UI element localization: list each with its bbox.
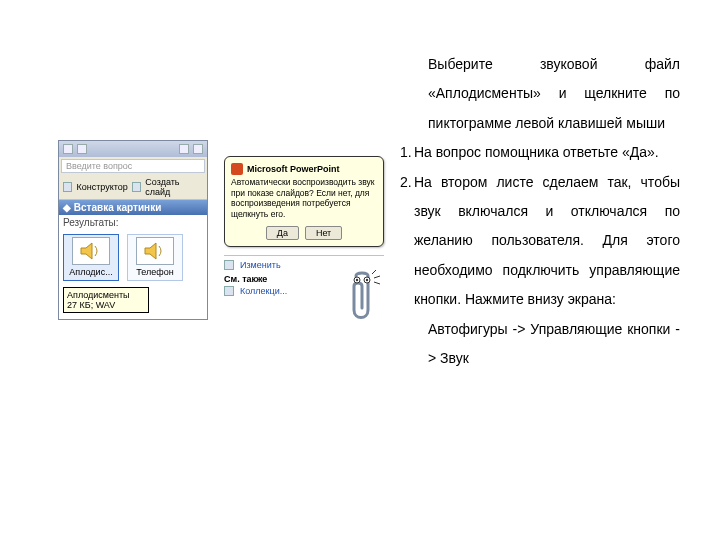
assistant-balloon: Microsoft PowerPoint Автоматически воспр… bbox=[224, 156, 384, 247]
forward-icon bbox=[77, 144, 87, 154]
taskpane-header: ◆ Вставка картинки bbox=[59, 200, 207, 215]
newslide-label[interactable]: Создать слайд bbox=[145, 177, 203, 197]
collection-icon bbox=[224, 286, 234, 296]
file-tooltip: Аплодисменты 27 КБ; WAV bbox=[63, 287, 149, 313]
change-icon bbox=[224, 260, 234, 270]
back-icon bbox=[63, 144, 73, 154]
constructor-label[interactable]: Конструктор bbox=[76, 182, 127, 192]
svg-marker-0 bbox=[81, 243, 92, 259]
balloon-title: Microsoft PowerPoint bbox=[247, 164, 340, 174]
design-toolbar: Конструктор Создать слайд bbox=[59, 175, 207, 200]
change-link[interactable]: Изменить bbox=[240, 260, 281, 270]
close-icon bbox=[193, 144, 203, 154]
svg-point-5 bbox=[366, 278, 368, 280]
clipart-item-telephone-label: Телефон bbox=[136, 267, 173, 277]
step-2-path: Автофигуры -> Управляющие кнопки -> Звук bbox=[400, 315, 680, 374]
svg-marker-1 bbox=[145, 243, 156, 259]
constructor-icon bbox=[63, 182, 72, 192]
step-2-text: На втором листе сделаем так, чтобы звук … bbox=[414, 168, 680, 315]
powerpoint-icon bbox=[231, 163, 243, 175]
step-1-number: 1. bbox=[400, 138, 414, 167]
sound-icon bbox=[143, 241, 167, 261]
step-2-number: 2. bbox=[400, 168, 414, 315]
step-1-text: На вопрос помощника ответьте «Да». bbox=[414, 138, 680, 167]
instruction-intro: Выберите звуковой файл «Аплодисменты» и … bbox=[400, 50, 680, 138]
clipart-task-pane: Введите вопрос Конструктор Создать слайд… bbox=[58, 140, 208, 320]
instruction-text: Выберите звуковой файл «Аплодисменты» и … bbox=[400, 0, 720, 540]
clipart-item-applause[interactable]: Аплодис... bbox=[63, 234, 119, 281]
balloon-message: Автоматически воспроизводить звук при по… bbox=[231, 177, 377, 220]
sound-icon bbox=[79, 241, 103, 261]
office-assistant: Microsoft PowerPoint Автоматически воспр… bbox=[224, 156, 384, 296]
clippy-icon bbox=[342, 270, 386, 326]
newslide-icon bbox=[132, 182, 141, 192]
clipart-item-applause-label: Аплодис... bbox=[69, 267, 112, 277]
no-button[interactable]: Нет bbox=[305, 226, 342, 240]
help-search-input[interactable]: Введите вопрос bbox=[61, 159, 205, 173]
yes-button[interactable]: Да bbox=[266, 226, 299, 240]
svg-point-4 bbox=[356, 278, 358, 280]
dropdown-icon bbox=[179, 144, 189, 154]
collection-link[interactable]: Коллекци... bbox=[240, 286, 287, 296]
taskpane-titlebar bbox=[59, 141, 207, 157]
results-label: Результаты: bbox=[63, 217, 203, 228]
clipart-item-telephone[interactable]: Телефон bbox=[127, 234, 183, 281]
